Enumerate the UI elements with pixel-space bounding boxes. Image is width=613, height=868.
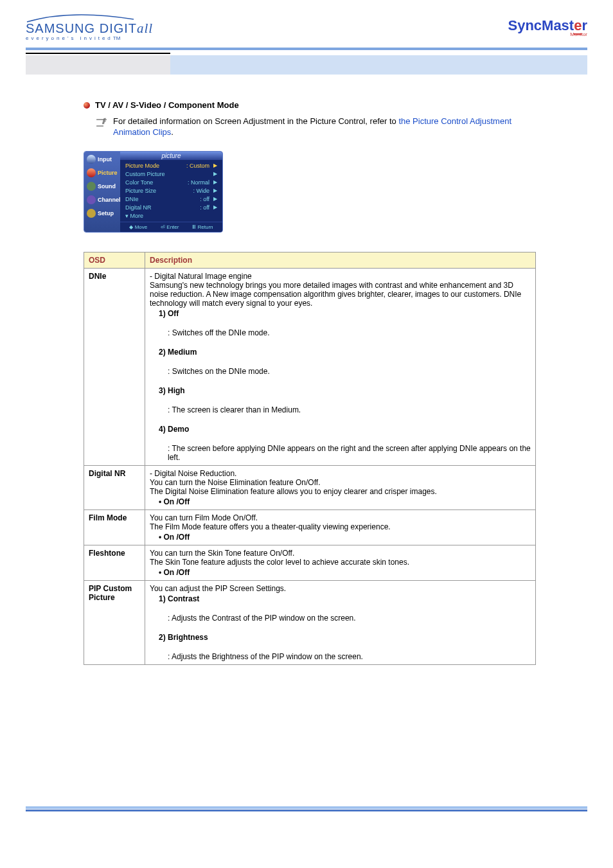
cell-desc: You can adjust the PIP Screen Settings.1…	[145, 580, 536, 664]
osd-nav-channel: Channel	[85, 195, 119, 205]
subhead-grey	[26, 55, 170, 75]
osd-nav-setup: Setup	[85, 208, 119, 218]
info-row: For detailed information on Screen Adjus…	[95, 116, 536, 138]
cell-desc: - Digital Natural Image engineSamsung's …	[145, 268, 536, 465]
table-row: DNIe- Digital Natural Image engineSamsun…	[84, 268, 536, 465]
header: SAMSUNG DIGITall everyone's invitedTM Sy…	[0, 0, 613, 48]
th-osd: OSD	[84, 252, 145, 268]
osd-title: picture	[120, 152, 222, 160]
description-table: OSD Description DNIe- Digital Natural Im…	[84, 252, 536, 665]
osd-nav-input: Input	[85, 154, 119, 164]
cell-osd: Film Mode	[84, 509, 145, 545]
cell-desc: You can turn Film Mode On/Off.The Film M…	[145, 509, 536, 545]
note-icon	[95, 116, 108, 138]
osd-item: Color Tone: Normal▶	[124, 179, 218, 186]
osd-nav-sound: Sound	[85, 181, 119, 191]
table-row: Digital NR- Digital Noise Reduction.You …	[84, 465, 536, 509]
brand-swoosh-icon	[26, 13, 135, 23]
osd-footer: ◆ Move ⏎ Enter Ⅲ Return	[120, 222, 222, 232]
brand-logo-left: SAMSUNG DIGITall everyone's invitedTM	[26, 13, 153, 41]
footer-divider	[26, 806, 587, 811]
section-title: TV / AV / S-Video / Component Mode	[95, 100, 239, 110]
osd-foot-return: Ⅲ Return	[192, 224, 213, 230]
section-title-row: TV / AV / S-Video / Component Mode	[84, 100, 536, 110]
subhead-blue	[170, 55, 587, 75]
osd-item: DNIe: off▶	[124, 195, 218, 203]
content: TV / AV / S-Video / Component Mode For d…	[0, 75, 613, 691]
header-underline	[26, 53, 170, 54]
cell-osd: Digital NR	[84, 465, 145, 509]
page: SAMSUNG DIGITall everyone's invitedTM Sy…	[0, 0, 613, 811]
osd-nav-picture: Picture	[85, 168, 119, 178]
table-row: Film ModeYou can turn Film Mode On/Off.T…	[84, 509, 536, 545]
cell-osd: DNIe	[84, 268, 145, 465]
osd-screenshot: Input Picture Sound Channel Setup pictur…	[84, 151, 223, 233]
subhead-bar	[26, 55, 587, 75]
osd-item: Picture Mode: Custom▶	[124, 162, 218, 170]
osd-foot-move: ◆ Move	[129, 224, 147, 230]
osd-side-nav: Input Picture Sound Channel Setup	[84, 152, 120, 232]
table-row: FleshtoneYou can turn the Skin Tone feat…	[84, 545, 536, 580]
osd-item: Digital NR: off▶	[124, 204, 218, 211]
osd-item: ▾ More	[124, 212, 218, 220]
header-divider	[26, 48, 587, 50]
cell-desc: You can turn the Skin Tone feature On/Of…	[145, 545, 536, 580]
osd-main: picture Picture Mode: Custom▶Custom Pict…	[120, 152, 222, 232]
osd-list: Picture Mode: Custom▶Custom Picture▶Colo…	[120, 160, 222, 222]
th-desc: Description	[145, 252, 536, 268]
cell-desc: - Digital Noise Reduction.You can turn t…	[145, 465, 536, 509]
table-row: PIP Custom PictureYou can adjust the PIP…	[84, 580, 536, 664]
table-head-row: OSD Description	[84, 252, 536, 268]
info-text: For detailed information on Screen Adjus…	[113, 116, 536, 138]
cell-osd: PIP Custom Picture	[84, 580, 145, 664]
osd-foot-enter: ⏎ Enter	[161, 224, 179, 230]
bullet-icon	[84, 102, 90, 109]
brand-logo-right: SyncMaster Monitor	[508, 17, 587, 37]
osd-item: Custom Picture▶	[124, 170, 218, 178]
cell-osd: Fleshtone	[84, 545, 145, 580]
osd-item: Picture Size: Wide▶	[124, 187, 218, 195]
